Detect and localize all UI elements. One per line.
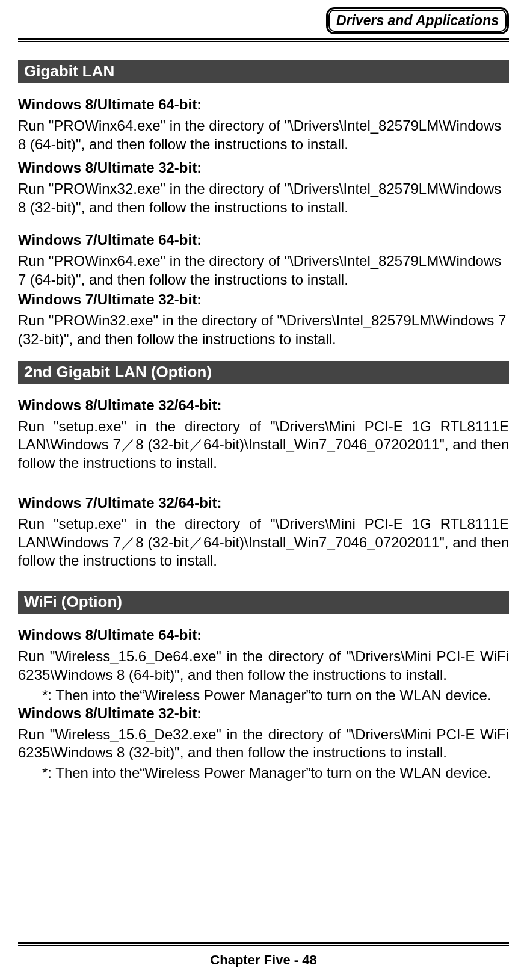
- para-s3-win8-32: Run "Wireless_15.6_De32.exe" in the dire…: [18, 726, 509, 762]
- header-rule: [18, 38, 509, 42]
- subhead-win7-32: Windows 7/Ultimate 32-bit:: [18, 291, 509, 308]
- subhead-s3-win8-32: Windows 8/Ultimate 32-bit:: [18, 705, 509, 722]
- note-s3-win8-32: *: Then into the“Wireless Power Manager”…: [42, 765, 509, 781]
- footer-text: Chapter Five - 48: [18, 952, 509, 968]
- spacer: [18, 475, 509, 488]
- subhead-win8-32: Windows 8/Ultimate 32-bit:: [18, 159, 509, 176]
- subhead-s2-win8: Windows 8/Ultimate 32/64-bit:: [18, 397, 509, 414]
- subhead-win7-64: Windows 7/Ultimate 64-bit:: [18, 232, 509, 248]
- footer-rule: [18, 942, 509, 946]
- spacer: [18, 220, 509, 226]
- para-s2-win8: Run "setup.exe" in the directory of "\Dr…: [18, 418, 509, 473]
- subhead-win8-64: Windows 8/Ultimate 64-bit:: [18, 96, 509, 113]
- para-s2-win7: Run "setup.exe" in the directory of "\Dr…: [18, 515, 509, 570]
- para-win8-64: Run "PROWinx64.exe" in the directory of …: [18, 117, 509, 153]
- para-s3-win8-64: Run "Wireless_15.6_De64.exe" in the dire…: [18, 647, 509, 684]
- header-title: Drivers and Applications: [326, 7, 509, 34]
- para-win8-32: Run "PROWinx32.exe" in the directory of …: [18, 180, 509, 217]
- section-title-2nd-gigabit-lan: 2nd Gigabit LAN (Option): [18, 361, 509, 384]
- page: Drivers and Applications Gigabit LAN Win…: [0, 0, 527, 980]
- para-win7-64: Run "PROWinx64.exe" in the directory of …: [18, 252, 509, 289]
- footer: Chapter Five - 48: [18, 942, 509, 968]
- section-title-gigabit-lan: Gigabit LAN: [18, 60, 509, 83]
- para-win7-32: Run "PROWin32.exe" in the directory of "…: [18, 312, 509, 348]
- section-title-wifi: WiFi (Option): [18, 591, 509, 614]
- note-s3-win8-64: *: Then into the“Wireless Power Manager”…: [42, 687, 509, 704]
- subhead-s3-win8-64: Windows 8/Ultimate 64-bit:: [18, 627, 509, 644]
- subhead-s2-win7: Windows 7/Ultimate 32/64-bit:: [18, 495, 509, 511]
